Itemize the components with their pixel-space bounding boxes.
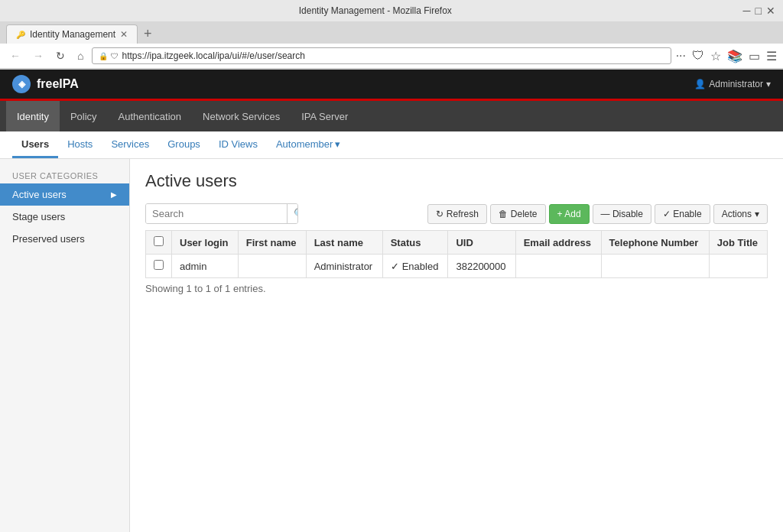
app-logo: ◈ freeIPA xyxy=(12,75,79,93)
sidebar-item-stage-users[interactable]: Stage users xyxy=(0,206,129,228)
home-button[interactable]: ⌂ xyxy=(73,48,87,63)
nav-item-network-services[interactable]: Network Services xyxy=(192,101,291,131)
cell-email xyxy=(515,255,601,278)
main-content: Active users 🔍 ↻ Refresh 🗑 Delete + Add xyxy=(130,159,783,532)
search-box[interactable]: 🔍 xyxy=(145,203,298,224)
sub-nav: Users Hosts Services Groups ID Views Aut… xyxy=(0,131,783,159)
subnav-item-services[interactable]: Services xyxy=(102,131,158,158)
forward-button[interactable]: → xyxy=(29,48,47,63)
url-text: https://ipa.itzgeek.local/ipa/ui/#/e/use… xyxy=(122,50,664,61)
sidebar: User categories Active users ▶ Stage use… xyxy=(0,159,130,532)
url-box[interactable]: 🔒 🛡 https://ipa.itzgeek.local/ipa/ui/#/e… xyxy=(92,47,671,64)
subnav-item-automember[interactable]: Automember ▾ xyxy=(267,131,349,158)
minimize-icon[interactable]: ─ xyxy=(743,5,751,17)
browser-chrome: Identity Management - Mozilla Firefox ─ … xyxy=(0,0,783,70)
nav-item-ipa-server[interactable]: IPA Server xyxy=(291,101,359,131)
subnav-item-idviews[interactable]: ID Views xyxy=(210,131,267,158)
nav-item-identity[interactable]: Identity xyxy=(6,101,60,131)
window-controls: ─ □ ✕ xyxy=(743,5,775,17)
table-toolbar: 🔍 ↻ Refresh 🗑 Delete + Add — Disable xyxy=(145,203,768,224)
user-icon: 👤 xyxy=(694,79,706,89)
user-label: Administrator xyxy=(709,79,763,89)
table-row: admin Administrator ✓ Enabled xyxy=(146,255,768,278)
library-icon[interactable]: 📚 xyxy=(727,49,742,63)
sidebar-toggle-icon[interactable]: ▭ xyxy=(749,49,760,63)
nav-item-policy[interactable]: Policy xyxy=(60,101,108,131)
row-checkbox[interactable] xyxy=(154,260,164,270)
cell-uid: 382200000 xyxy=(448,255,515,278)
cell-telephone xyxy=(601,255,709,278)
col-email: Email address xyxy=(515,231,601,255)
refresh-browser-button[interactable]: ↻ xyxy=(52,48,69,63)
address-bar: ← → ↻ ⌂ 🔒 🛡 https://ipa.itzgeek.local/ip… xyxy=(0,44,783,69)
browser-toolbar: ··· 🛡 ☆ 📚 ▭ ☰ xyxy=(676,49,777,63)
bookmark-icon[interactable]: 🛡 xyxy=(692,49,704,63)
content-layout: User categories Active users ▶ Stage use… xyxy=(0,159,783,532)
table-header-row: User login First name Last name Status U… xyxy=(146,231,768,255)
app-header: ◈ freeIPA 👤 Administrator ▾ xyxy=(0,70,783,99)
search-input[interactable] xyxy=(146,204,287,223)
cell-first-name xyxy=(238,255,306,278)
add-button[interactable]: + Add xyxy=(549,204,590,224)
tab-favicon-icon: 🔑 xyxy=(16,31,25,39)
hamburger-menu-icon[interactable]: ☰ xyxy=(766,49,777,63)
select-all-header[interactable] xyxy=(146,231,172,255)
overflow-menu-icon[interactable]: ··· xyxy=(676,49,686,63)
enable-button[interactable]: ✓ Enable xyxy=(655,204,710,224)
row-checkbox-cell[interactable] xyxy=(146,255,172,278)
col-first-name: First name xyxy=(238,231,306,255)
maximize-icon[interactable]: □ xyxy=(755,5,762,17)
col-telephone: Telephone Number xyxy=(601,231,709,255)
delete-button[interactable]: 🗑 Delete xyxy=(490,204,546,224)
cell-job-title xyxy=(709,255,767,278)
browser-tab[interactable]: 🔑 Identity Management ✕ xyxy=(6,24,138,44)
cell-user-login[interactable]: admin xyxy=(172,255,239,278)
tab-close-icon[interactable]: ✕ xyxy=(120,29,128,40)
close-icon[interactable]: ✕ xyxy=(766,5,775,17)
table-body: admin Administrator ✓ Enabled xyxy=(146,255,768,278)
lock-icon: 🔒 xyxy=(99,52,108,60)
automember-dropdown-icon: ▾ xyxy=(335,138,340,150)
user-menu[interactable]: 👤 Administrator ▾ xyxy=(694,79,771,89)
refresh-button[interactable]: ↻ Refresh xyxy=(427,204,487,224)
tab-label: Identity Management xyxy=(30,29,115,40)
new-tab-button[interactable]: + xyxy=(139,26,157,42)
logo-text: freeIPA xyxy=(37,77,79,91)
table-header: User login First name Last name Status U… xyxy=(146,231,768,255)
subnav-item-users[interactable]: Users xyxy=(12,131,58,158)
subnav-item-hosts[interactable]: Hosts xyxy=(58,131,102,158)
col-status: Status xyxy=(382,231,448,255)
sidebar-item-preserved-users[interactable]: Preserved users xyxy=(0,228,129,250)
search-button[interactable]: 🔍 xyxy=(287,204,298,223)
shield-icon: 🛡 xyxy=(111,52,119,60)
disable-button[interactable]: — Disable xyxy=(593,204,651,224)
sidebar-arrow-icon: ▶ xyxy=(111,190,117,199)
actions-button[interactable]: Actions ▾ xyxy=(713,204,768,224)
col-user-login: User login xyxy=(172,231,239,255)
action-buttons: ↻ Refresh 🗑 Delete + Add — Disable ✓ Ena… xyxy=(427,204,768,224)
status-enabled: ✓ Enabled xyxy=(391,261,440,272)
showing-text: Showing 1 to 1 of 1 entries. xyxy=(145,278,768,299)
enabled-check-icon: ✓ xyxy=(391,261,399,272)
main-nav: Identity Policy Authentication Network S… xyxy=(0,101,783,131)
nav-item-authentication[interactable]: Authentication xyxy=(108,101,192,131)
sidebar-item-active-users[interactable]: Active users ▶ xyxy=(0,183,129,206)
select-all-checkbox[interactable] xyxy=(154,236,164,246)
col-job-title: Job Title xyxy=(709,231,767,255)
users-table: User login First name Last name Status U… xyxy=(145,230,768,278)
logo-icon: ◈ xyxy=(12,75,31,93)
browser-title: Identity Management - Mozilla Firefox xyxy=(8,5,743,16)
refresh-icon: ↻ xyxy=(436,209,443,219)
cell-status: ✓ Enabled xyxy=(382,255,448,278)
user-dropdown-icon: ▾ xyxy=(766,79,771,89)
actions-dropdown-icon: ▾ xyxy=(755,209,759,219)
back-button[interactable]: ← xyxy=(6,48,24,63)
col-uid: UID xyxy=(448,231,515,255)
col-last-name: Last name xyxy=(306,231,382,255)
star-icon[interactable]: ☆ xyxy=(710,49,721,63)
sidebar-category: User categories xyxy=(0,168,129,183)
subnav-item-groups[interactable]: Groups xyxy=(158,131,210,158)
tab-bar: 🔑 Identity Management ✕ + xyxy=(0,21,783,44)
title-bar: Identity Management - Mozilla Firefox ─ … xyxy=(0,0,783,21)
cell-last-name: Administrator xyxy=(306,255,382,278)
